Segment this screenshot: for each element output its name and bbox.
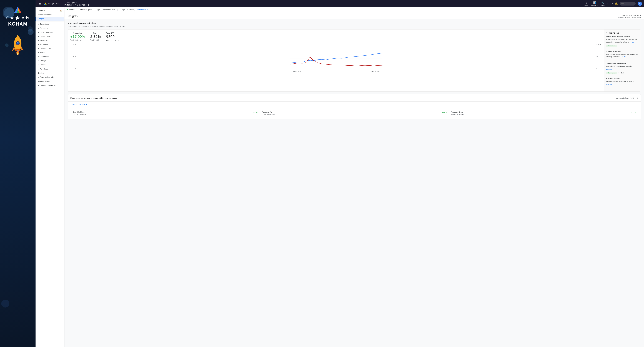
consumer-interest-text: Searches for "Reusable Straws" and 2 oth… xyxy=(606,39,638,43)
reports-button[interactable]: 📊 REPORTS xyxy=(591,1,598,6)
more-details-button[interactable]: More details ▾ xyxy=(137,9,148,11)
main-area: ☰ Google Ads All campaigns > Perfomance-… xyxy=(36,0,644,347)
svg-point-13 xyxy=(17,53,18,55)
sidebar-item-keywords[interactable]: ▶ Keywords xyxy=(36,38,64,42)
nav-logo-icon xyxy=(44,2,47,6)
brand-panel: Google Ads KOHAM xyxy=(0,0,36,347)
page-header: Insights Apr 8 - May 18 2024 ▾ Compared:… xyxy=(64,12,644,19)
change-history-text: You added 12 asset to your campaign xyxy=(606,65,638,67)
sidebar-item-landing-pages[interactable]: ▶ Landing pages xyxy=(36,34,64,38)
conversions-value: +17.00% xyxy=(70,35,85,39)
arrow-icon: ▶ xyxy=(38,68,39,70)
nav-logo: Google Ads xyxy=(44,2,59,6)
sidebar-item-settings[interactable]: ▶ Settings xyxy=(36,59,64,63)
conversions-sub: Total: 15,000 conv xyxy=(70,39,85,41)
zoom-header: Zoom in on conversion changes within you… xyxy=(68,94,641,102)
tabs-row: ASSET GROUPS xyxy=(68,102,641,107)
auction-insight-text: support@soham.com exited the auction xyxy=(606,80,638,83)
status-type: Type : Performance Max xyxy=(96,9,115,11)
change-history-link[interactable]: +2 more xyxy=(606,69,612,71)
sidebar-item-demographics[interactable]: ▶ Demographics xyxy=(36,47,64,51)
refresh-icon[interactable]: ↻ xyxy=(607,2,609,5)
arrow-icon: ▶ xyxy=(38,76,39,78)
cost-line-icon xyxy=(90,33,92,33)
sidebar-item-audiences[interactable]: ▶ Audiences xyxy=(36,42,64,47)
consumer-interest-category: CONSUMER INTEREST INSIGHT xyxy=(606,36,638,38)
zoom-date: Last updated: Apr 9, 2024 ∧ xyxy=(616,97,638,99)
goto-button[interactable]: ⌕ GO TO xyxy=(584,2,589,6)
nav-icons: ⌕ GO TO 📊 REPORTS 🔧 TOOLS ↻ ? 🔔 K xyxy=(584,1,642,6)
status-budget: Budget : ₹1500/day xyxy=(120,9,135,11)
auction-insight-link[interactable]: +1 more xyxy=(606,84,612,86)
arrow-icon: ▶ xyxy=(38,48,39,49)
tab-asset-groups[interactable]: ASSET GROUPS xyxy=(70,102,89,107)
page-content: Enabled | Status : Eligible | Type : Per… xyxy=(64,7,644,347)
cpa-value: ₹300 xyxy=(106,35,118,39)
sparkle-icon: ✦ xyxy=(606,32,608,34)
brand-logo-icon xyxy=(13,5,22,15)
date-range-dropdown-icon[interactable]: ▾ xyxy=(640,14,641,16)
y-label-r1500: ₹1500 xyxy=(596,44,601,46)
arrow-icon: ▶ xyxy=(38,27,39,29)
y-label-3000: 3000 xyxy=(70,44,76,46)
week-view-subtitle: Conversions are up and cost is down for … xyxy=(68,25,641,27)
sidebar-item-advanced-bid[interactable]: ▶ Advanced bid adj. xyxy=(36,75,64,79)
sidebar-item-campaigns[interactable]: ▶ Campaigns xyxy=(36,22,64,26)
cpa-sub: Target CPA: ₹270 xyxy=(106,39,118,41)
menu-icon[interactable]: ☰ xyxy=(38,1,42,6)
zoom-title: Zoom in on conversion changes within you… xyxy=(70,97,118,99)
sidebar-item-placements[interactable]: ▶ Placements xyxy=(36,55,64,59)
chart-insights-card: Conversions +17.00% Total: 15,000 conv C… xyxy=(68,29,641,92)
arrow-icon: ▶ xyxy=(38,56,39,57)
date-range-value: Apr 8 - May 18 2024 xyxy=(622,14,639,16)
svg-text:May 19, 2024: May 19, 2024 xyxy=(372,71,380,72)
y-label-0: 0 xyxy=(70,68,76,69)
sidebar-item-ad-schedule[interactable]: ▶ Ad schedule xyxy=(36,67,64,71)
goto-icon: ⌕ xyxy=(586,2,588,4)
status-eligibility: Status : Eligible xyxy=(80,9,92,11)
sidebar-item-overview[interactable]: Overview 🏠 xyxy=(36,9,64,13)
help-icon[interactable]: ? xyxy=(611,2,613,5)
consumer-interest-link[interactable]: +1 more xyxy=(630,41,635,43)
audience-insight-link[interactable]: +2 more xyxy=(622,56,628,58)
change-cost-badge: ↑ Cost xyxy=(618,72,625,74)
status-enabled-label: Enabled xyxy=(69,9,76,11)
notifications-icon[interactable]: 🔔 xyxy=(615,2,618,5)
sidebar-item-recommendations[interactable]: Recommendations xyxy=(36,13,64,17)
status-bar: Enabled | Status : Eligible | Type : Per… xyxy=(64,7,644,12)
svg-point-3 xyxy=(17,11,19,13)
sidebar-item-devices[interactable]: Devices xyxy=(36,71,64,75)
chart-container: 3000 1500 0 ₹1500 ₹0 0 xyxy=(70,44,601,73)
metric-actual-cpa: Actual CPA ₹300 Target CPA: ₹270 xyxy=(106,32,118,41)
sidebar-item-change-history[interactable]: Change history xyxy=(36,79,64,83)
sidebar-item-ad-groups[interactable]: ▶ Ad groups xyxy=(36,26,64,30)
insights-body: Your week-over-week view Conversions are… xyxy=(64,19,644,122)
nav-campaign-name: Perfomance-Max-Campaign 1 xyxy=(64,4,89,6)
svg-point-7 xyxy=(16,42,19,45)
sidebar-item-drafts-experiments[interactable]: ▶ Drafts & experiments xyxy=(36,83,64,87)
arrow-icon: ▶ xyxy=(38,85,39,86)
sidebar-item-topics[interactable]: ▶ Topics xyxy=(36,51,64,55)
nav-separator xyxy=(36,21,64,22)
tools-button[interactable]: 🔧 TOOLS xyxy=(600,1,605,6)
tools-icon: 🔧 xyxy=(601,1,604,4)
date-range: Apr 8 - May 18 2024 ▾ Compared: Apr 8 - … xyxy=(618,14,641,18)
home-icon: 🏠 xyxy=(60,10,62,12)
chart-svg: April 7, 2024 May 19, 2024 xyxy=(77,44,596,73)
y-label-1500: 1500 xyxy=(70,56,76,57)
arrow-icon: ▶ xyxy=(38,44,39,45)
sidebar-item-locations[interactable]: ▶ Locations xyxy=(36,63,64,67)
sidebar-item-insights[interactable]: Insights xyxy=(36,17,64,21)
collapse-button[interactable]: ∧ xyxy=(636,97,638,99)
search-input[interactable] xyxy=(620,2,636,6)
sidebar-item-ads-extensions[interactable]: ▶ Ads & extensions xyxy=(36,30,64,34)
avatar[interactable]: K xyxy=(638,2,642,6)
metrics-row: Conversions +17.00% Total: 15,000 conv C… xyxy=(70,32,601,41)
audience-insight: AUDIENCE INSIGHT You provided signals fo… xyxy=(606,51,638,61)
arrow-icon: ▶ xyxy=(38,32,39,33)
asset-group-reusable-straws: Reusable Straws +17% +1500 conversions xyxy=(70,109,260,117)
asset-groups-row: Reusable Straws +17% +1500 conversions R… xyxy=(68,107,641,119)
auction-insight: AUCTION INSIGHT support@soham.com exited… xyxy=(606,78,638,88)
page-title: Insights xyxy=(68,15,78,18)
chevron-down-icon: ▾ xyxy=(147,9,148,11)
